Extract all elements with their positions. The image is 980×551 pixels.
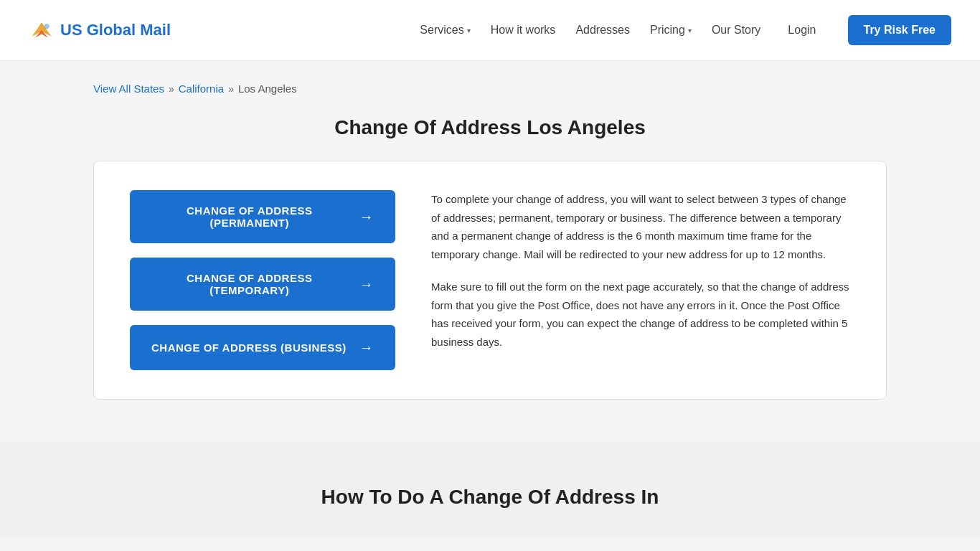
nav-our-story[interactable]: Our Story [712,24,760,37]
nav-login[interactable]: Login [788,24,816,37]
breadcrumb-separator-2: » [228,83,234,95]
breadcrumb-section: View All States » California » Los Angel… [0,61,980,102]
coa-business-label: CHANGE OF ADDRESS (BUSINESS) [151,342,347,354]
nav-addresses[interactable]: Addresses [575,24,630,37]
chevron-down-icon: ▾ [467,27,471,34]
coa-buttons-col: CHANGE OF ADDRESS (PERMANENT) → CHANGE O… [130,190,395,370]
logo[interactable]: US Global Mail [29,17,171,43]
arrow-right-icon: → [359,339,374,356]
lower-section: How To Do A Change Of Address In [0,443,980,537]
breadcrumb-view-all-states[interactable]: View All States [93,83,164,95]
nav-how-it-works[interactable]: How it works [491,24,556,37]
arrow-right-icon: → [359,276,374,293]
nav-pricing[interactable]: Pricing ▾ [650,24,692,37]
page-title-section: Change Of Address Los Angeles [0,102,980,161]
coa-permanent-label: CHANGE OF ADDRESS (PERMANENT) [151,204,348,229]
description-para-2: Make sure to fill out the form on the ne… [431,278,850,351]
content-card: CHANGE OF ADDRESS (PERMANENT) → CHANGE O… [93,161,887,400]
breadcrumb-california[interactable]: California [179,83,224,95]
lower-title: How To Do A Change Of Address In [93,486,887,509]
svg-point-2 [44,24,50,29]
logo-text: US Global Mail [60,21,171,39]
coa-temporary-label: CHANGE OF ADDRESS (TEMPORARY) [151,272,348,296]
breadcrumb-separator-1: » [169,83,174,95]
logo-icon [29,17,55,43]
page-title: Change Of Address Los Angeles [29,116,951,139]
description-col: To complete your change of address, you … [431,190,850,351]
coa-temporary-button[interactable]: CHANGE OF ADDRESS (TEMPORARY) → [130,258,395,311]
try-risk-free-button[interactable]: Try Risk Free [848,15,952,45]
breadcrumb-current: Los Angeles [238,83,297,95]
coa-permanent-button[interactable]: CHANGE OF ADDRESS (PERMANENT) → [130,190,395,243]
main-nav: Services ▾ How it works Addresses Pricin… [420,15,951,45]
description-para-1: To complete your change of address, you … [431,190,850,263]
chevron-down-icon: ▾ [688,27,692,34]
content-section: CHANGE OF ADDRESS (PERMANENT) → CHANGE O… [0,161,980,443]
header: US Global Mail Services ▾ How it works A… [0,0,980,61]
arrow-right-icon: → [359,209,374,225]
coa-business-button[interactable]: CHANGE OF ADDRESS (BUSINESS) → [130,325,395,370]
nav-services[interactable]: Services ▾ [420,24,470,37]
breadcrumb: View All States » California » Los Angel… [93,83,887,95]
